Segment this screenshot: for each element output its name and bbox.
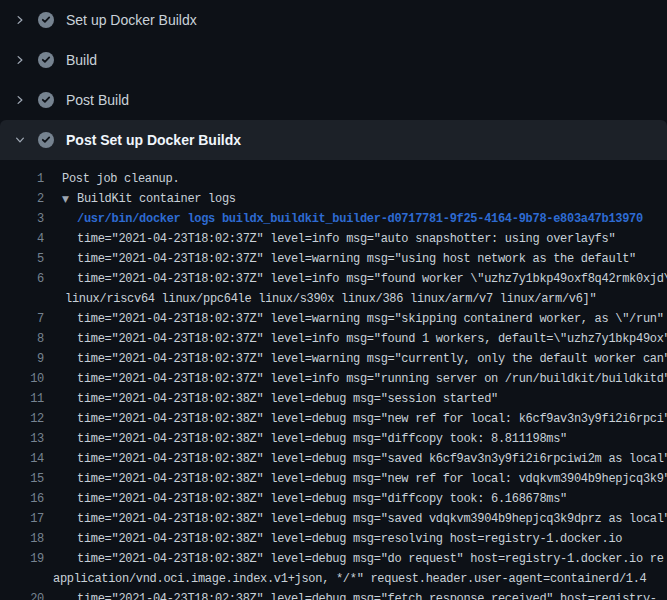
step-label: Build [66, 52, 97, 68]
log-line-number[interactable]: 6 [0, 272, 44, 286]
log-line-number[interactable]: 10 [0, 372, 44, 386]
chevron-right-icon[interactable] [14, 94, 26, 106]
check-circle-icon [38, 12, 54, 28]
log-line-text: time="2021-04-23T18:02:38Z" level=debug … [77, 512, 667, 526]
log-line[interactable]: 5 time="2021-04-23T18:02:37Z" level=warn… [0, 249, 667, 269]
log-line-text: time="2021-04-23T18:02:37Z" level=info m… [77, 372, 667, 386]
log-line-number[interactable]: 16 [0, 492, 44, 506]
log-line-text: time="2021-04-23T18:02:37Z" level=warnin… [77, 252, 636, 266]
log-line-text: time="2021-04-23T18:02:37Z" level=warnin… [77, 312, 664, 326]
log-line-number[interactable]: 1 [0, 172, 44, 186]
log-line-text: BuildKit container logs [77, 192, 236, 206]
log-line-text: time="2021-04-23T18:02:37Z" level=info m… [77, 332, 667, 346]
step-label: Post Set up Docker Buildx [66, 132, 241, 148]
chevron-right-icon[interactable] [14, 54, 26, 66]
chevron-down-icon[interactable] [14, 134, 26, 146]
log-line[interactable]: 7 time="2021-04-23T18:02:37Z" level=warn… [0, 309, 667, 329]
step-header-build[interactable]: Build [0, 40, 667, 80]
step-header-post-set-up-docker-buildx[interactable]: Post Set up Docker Buildx [0, 120, 667, 160]
log-line-number[interactable]: 4 [0, 232, 44, 246]
log-line-number[interactable]: 8 [0, 332, 44, 346]
log-line[interactable]: 1 Post job cleanup. [0, 169, 667, 189]
log-line-text: time="2021-04-23T18:02:37Z" level=warnin… [77, 352, 667, 366]
log-line[interactable]: 3 /usr/bin/docker logs buildx_buildkit_b… [0, 209, 667, 229]
check-circle-icon [38, 92, 54, 108]
log-line-text: time="2021-04-23T18:02:38Z" level=debug … [77, 532, 622, 546]
actions-log-viewer: Set up Docker Buildx Build Post Build [0, 0, 667, 600]
log-line-number[interactable]: 19 [0, 552, 44, 566]
log-line-text: time="2021-04-23T18:02:38Z" level=debug … [77, 492, 567, 506]
log-line[interactable]: linux/riscv64 linux/ppc64le linux/s390x … [0, 289, 667, 309]
log-line-text: time="2021-04-23T18:02:38Z" level=debug … [77, 412, 667, 426]
log-line-text: Post job cleanup. [62, 172, 179, 186]
log-line-text: time="2021-04-23T18:02:38Z" level=debug … [77, 472, 667, 486]
check-circle-icon [38, 52, 54, 68]
log-line-number[interactable]: 17 [0, 512, 44, 526]
log-line[interactable]: 18 time="2021-04-23T18:02:38Z" level=deb… [0, 529, 667, 549]
log-line[interactable]: 2 ▼ BuildKit container logs [0, 189, 667, 209]
log-line-number[interactable]: 20 [0, 592, 44, 600]
log-line[interactable]: 16 time="2021-04-23T18:02:38Z" level=deb… [0, 489, 667, 509]
log-line[interactable]: 4 time="2021-04-23T18:02:37Z" level=info… [0, 229, 667, 249]
log-line-text: application/vnd.oci.image.index.v1+json,… [53, 572, 647, 586]
log-line[interactable]: 17 time="2021-04-23T18:02:38Z" level=deb… [0, 509, 667, 529]
log-line-number[interactable]: 15 [0, 472, 44, 486]
log-line-text: /usr/bin/docker logs buildx_buildkit_bui… [77, 212, 643, 226]
log-line[interactable]: 9 time="2021-04-23T18:02:37Z" level=warn… [0, 349, 667, 369]
log-line-text: time="2021-04-23T18:02:38Z" level=debug … [77, 592, 657, 600]
log-area: 1 Post job cleanup. 2 ▼ BuildKit contain… [0, 160, 667, 600]
log-line[interactable]: 19 time="2021-04-23T18:02:38Z" level=deb… [0, 549, 667, 569]
check-circle-icon [38, 132, 54, 148]
step-label: Post Build [66, 92, 129, 108]
log-line-number[interactable]: 18 [0, 532, 44, 546]
log-line[interactable]: 6 time="2021-04-23T18:02:37Z" level=info… [0, 269, 667, 289]
log-line[interactable]: 10 time="2021-04-23T18:02:37Z" level=inf… [0, 369, 667, 389]
log-line-number[interactable]: 3 [0, 212, 44, 226]
log-line-number[interactable]: 5 [0, 252, 44, 266]
log-line-text: time="2021-04-23T18:02:37Z" level=info m… [77, 272, 667, 286]
log-line-number[interactable]: 12 [0, 412, 44, 426]
log-line[interactable]: 14 time="2021-04-23T18:02:38Z" level=deb… [0, 449, 667, 469]
log-line-number[interactable]: 13 [0, 432, 44, 446]
log-line-number[interactable]: 9 [0, 352, 44, 366]
log-line-text: time="2021-04-23T18:02:38Z" level=debug … [77, 452, 667, 466]
log-line-text: time="2021-04-23T18:02:38Z" level=debug … [77, 432, 567, 446]
step-header-post-build[interactable]: Post Build [0, 80, 667, 120]
log-line-text: time="2021-04-23T18:02:38Z" level=debug … [77, 552, 664, 566]
log-line[interactable]: 11 time="2021-04-23T18:02:38Z" level=deb… [0, 389, 667, 409]
log-line-number[interactable]: 14 [0, 452, 44, 466]
log-line-number[interactable]: 11 [0, 392, 44, 406]
step-label: Set up Docker Buildx [66, 12, 197, 28]
log-line[interactable]: 13 time="2021-04-23T18:02:38Z" level=deb… [0, 429, 667, 449]
log-line[interactable]: 20 time="2021-04-23T18:02:38Z" level=deb… [0, 589, 667, 600]
step-header-set-up-docker-buildx[interactable]: Set up Docker Buildx [0, 0, 667, 40]
log-line-text: time="2021-04-23T18:02:38Z" level=debug … [77, 392, 498, 406]
step-list: Set up Docker Buildx Build Post Build [0, 0, 667, 160]
log-line-number[interactable]: 2 [0, 192, 44, 206]
log-line[interactable]: 8 time="2021-04-23T18:02:37Z" level=info… [0, 329, 667, 349]
chevron-right-icon[interactable] [14, 14, 26, 26]
log-line[interactable]: 15 time="2021-04-23T18:02:38Z" level=deb… [0, 469, 667, 489]
log-line-text: linux/riscv64 linux/ppc64le linux/s390x … [65, 292, 596, 306]
log-line[interactable]: 12 time="2021-04-23T18:02:38Z" level=deb… [0, 409, 667, 429]
log-line-number[interactable]: 7 [0, 312, 44, 326]
group-collapse-icon[interactable]: ▼ [62, 194, 77, 204]
log-line[interactable]: application/vnd.oci.image.index.v1+json,… [0, 569, 667, 589]
log-line-text: time="2021-04-23T18:02:37Z" level=info m… [77, 232, 615, 246]
